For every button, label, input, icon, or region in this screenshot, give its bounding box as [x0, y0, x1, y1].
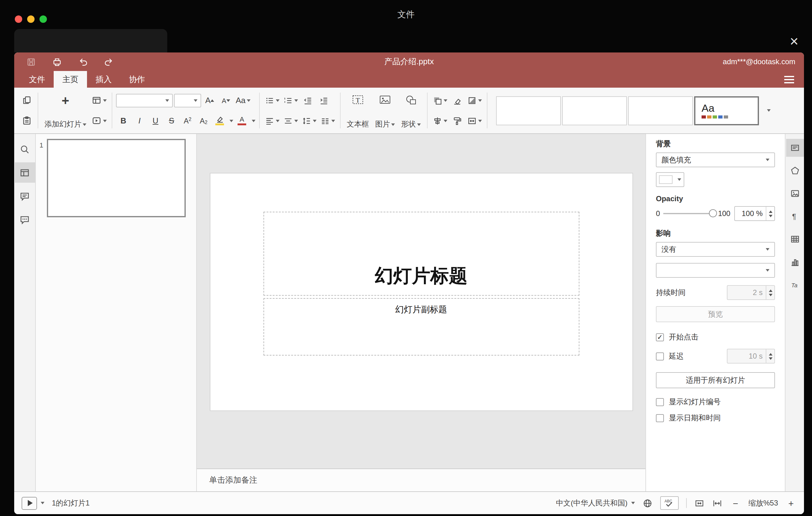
theme-option-2[interactable] [562, 96, 627, 125]
search-icon[interactable] [14, 139, 35, 159]
fit-slide-icon[interactable] [694, 498, 705, 508]
spin-down-icon[interactable] [768, 357, 772, 360]
columns-icon[interactable] [319, 113, 336, 129]
chart-settings-icon[interactable] [786, 253, 804, 271]
start-slideshow-status-button[interactable] [22, 496, 45, 510]
title-placeholder[interactable]: 幻灯片标题 [263, 212, 579, 296]
show-slide-number-checkbox[interactable] [656, 398, 664, 406]
fill-color-icon[interactable] [466, 92, 483, 108]
show-date-time-checkbox[interactable] [656, 414, 664, 422]
background-color-select[interactable] [656, 172, 684, 187]
comments-icon[interactable] [14, 186, 35, 206]
opacity-slider[interactable] [663, 213, 715, 214]
zoom-out-button[interactable]: − [730, 498, 741, 508]
subtitle-placeholder[interactable]: 幻灯片副标题 [263, 298, 579, 355]
table-settings-icon[interactable] [786, 230, 804, 248]
preview-button[interactable]: 预览 [656, 306, 775, 322]
superscript-button[interactable]: A2 [180, 113, 195, 129]
slide-thumbnails-panel: 1 [36, 134, 197, 491]
vertical-align-icon[interactable] [282, 113, 299, 129]
align-shapes-icon[interactable] [431, 113, 448, 129]
theme-option-3[interactable] [628, 96, 693, 125]
strikeout-button[interactable]: S [164, 113, 179, 129]
horizontal-align-icon[interactable] [263, 113, 281, 129]
add-slide-button[interactable]: + 添加幻灯片 [42, 90, 89, 131]
start-on-click-checkbox[interactable]: ✓ [656, 333, 664, 341]
line-spacing-icon[interactable] [300, 113, 318, 129]
print-icon[interactable] [50, 55, 63, 68]
font-name-select[interactable] [116, 93, 173, 107]
spin-up-icon[interactable] [768, 210, 772, 212]
apply-to-all-slides-button[interactable]: 适用于所有幻灯片 [656, 372, 775, 388]
opacity-slider-knob[interactable] [709, 209, 717, 217]
theme-option-1[interactable] [496, 96, 561, 125]
spin-down-icon[interactable] [768, 293, 772, 296]
clear-style-icon[interactable] [450, 92, 465, 108]
highlight-color-button[interactable] [212, 113, 227, 129]
underline-button[interactable]: U [148, 113, 163, 129]
subscript-button[interactable]: A2 [196, 113, 211, 129]
fit-width-icon[interactable] [712, 498, 723, 508]
insert-shape-button[interactable]: 形状 [399, 90, 423, 131]
save-icon[interactable] [24, 55, 38, 68]
bullets-icon[interactable] [263, 92, 281, 108]
background-fill-select[interactable]: 颜色填充 [656, 152, 775, 167]
notes-placeholder: 单击添加备注 [209, 475, 257, 486]
theme-option-selected[interactable]: Aa [694, 96, 759, 125]
tab-file[interactable]: 文件 [20, 71, 54, 88]
numbering-icon[interactable] [282, 92, 299, 108]
textart-settings-icon[interactable]: Ta [786, 276, 804, 294]
decrease-indent-icon[interactable] [300, 92, 315, 108]
increase-font-icon[interactable]: A [202, 92, 217, 108]
tab-collaboration[interactable]: 协作 [120, 71, 154, 88]
opacity-value-input[interactable]: 100 % [734, 206, 775, 221]
redo-icon[interactable] [102, 55, 115, 68]
slides-panel-icon[interactable] [14, 162, 35, 183]
insert-image-button[interactable]: 图片 [373, 90, 397, 131]
shape-settings-icon[interactable] [786, 162, 804, 180]
decrease-font-icon[interactable]: A [219, 92, 233, 108]
slide-size-icon[interactable] [466, 113, 483, 129]
close-preview-icon[interactable]: × [785, 32, 803, 51]
spin-up-icon[interactable] [768, 353, 772, 355]
spellcheck-icon[interactable]: ABC [660, 496, 679, 510]
tab-insert[interactable]: 插入 [87, 71, 120, 88]
document-language-icon[interactable] [642, 498, 653, 508]
copy-icon[interactable] [19, 92, 34, 108]
language-select[interactable]: 中文(中华人民共和国) [556, 498, 635, 508]
effect-type-select[interactable] [656, 263, 775, 278]
increase-indent-icon[interactable] [317, 92, 331, 108]
font-color-button[interactable]: A [234, 113, 249, 129]
chat-feedback-icon[interactable] [14, 209, 35, 230]
insert-textbox-button[interactable]: T 文本框 [344, 90, 372, 131]
copy-style-icon[interactable] [450, 113, 465, 129]
zoom-in-button[interactable]: + [785, 498, 796, 508]
bold-button[interactable]: B [116, 113, 131, 129]
menu-hamburger-icon[interactable] [784, 71, 794, 88]
effect-select[interactable]: 没有 [656, 242, 775, 257]
slide-settings-icon[interactable] [786, 139, 804, 157]
duration-input[interactable]: 2 s [727, 285, 775, 300]
notes-area[interactable]: 单击添加备注 [197, 468, 645, 491]
start-slideshow-icon[interactable] [90, 113, 108, 129]
slide-layout-icon[interactable] [90, 92, 108, 108]
slide[interactable]: 幻灯片标题 幻灯片副标题 [210, 173, 632, 410]
slide-thumbnail-1[interactable] [47, 139, 186, 217]
editor-header: 产品介绍.pptx adm***@dootask.com 文件 主页 插入 协作 [14, 53, 804, 88]
paragraph-settings-icon[interactable]: ¶ [786, 207, 804, 225]
italic-button[interactable]: I [132, 113, 147, 129]
slide-canvas[interactable]: 幻灯片标题 幻灯片副标题 [197, 134, 645, 468]
arrange-shapes-icon[interactable] [431, 92, 448, 108]
delay-input[interactable]: 10 s [727, 349, 775, 364]
spin-down-icon[interactable] [768, 214, 772, 217]
spin-up-icon[interactable] [768, 289, 772, 292]
chevron-down-icon [331, 119, 335, 122]
delay-checkbox[interactable] [656, 352, 664, 360]
paste-icon[interactable] [19, 113, 34, 129]
tab-home[interactable]: 主页 [54, 71, 87, 88]
theme-gallery-expand-icon[interactable] [760, 90, 776, 131]
image-settings-icon[interactable] [786, 184, 804, 202]
change-case-icon[interactable]: Aa [234, 92, 252, 108]
font-size-select[interactable] [174, 93, 201, 107]
undo-icon[interactable] [76, 55, 89, 68]
